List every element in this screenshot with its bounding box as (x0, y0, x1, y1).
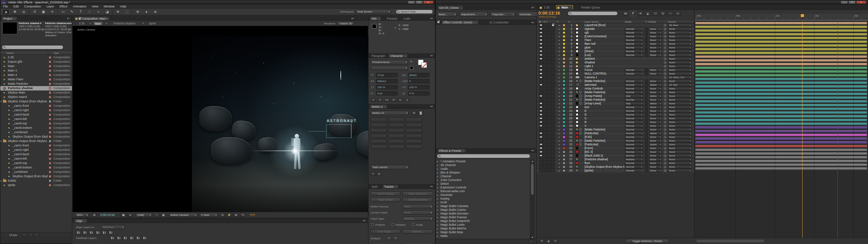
twirl-icon[interactable]: ▸ (559, 23, 561, 27)
leading-field[interactable]: (Auto) (408, 73, 430, 77)
av-switch[interactable] (539, 162, 543, 165)
label-chip[interactable] (49, 171, 51, 173)
layer-name[interactable]: Shadow (585, 61, 625, 64)
help-search-input[interactable]: Search Help (396, 9, 433, 14)
tab-rd-compsetter[interactable]: rd_CompSetter (487, 20, 511, 24)
parent-dropdown[interactable]: None (668, 50, 692, 53)
twirl-icon[interactable]: ▸ (0, 179, 3, 183)
rotation-checkbox[interactable] (392, 223, 394, 226)
av-switch[interactable] (551, 117, 555, 120)
track-row[interactable] (695, 55, 868, 59)
analyze-back-button[interactable]: ◂ (386, 236, 392, 240)
label-chip[interactable] (49, 87, 51, 89)
layer-duration-bar[interactable] (695, 85, 867, 88)
project-item[interactable]: Matte FlareComposition (0, 77, 72, 82)
av-switch[interactable] (551, 57, 555, 60)
layer-row[interactable]: ▸26CNormalNoneNone (537, 117, 694, 120)
tab-dark[interactable]: Dark (370, 184, 380, 188)
tab-preview[interactable]: Preview (385, 16, 399, 20)
av-switch[interactable] (551, 136, 555, 139)
effects-category[interactable]: ▸Blur & Sharpen (436, 171, 530, 175)
title-bar[interactable]: Ae Adobe After Effects - spaceman_201506… (0, 0, 435, 4)
tab-character[interactable]: Character× (388, 54, 408, 58)
preserve-transparency-switch[interactable] (645, 121, 648, 124)
layer-label-chip[interactable] (563, 80, 565, 82)
av-switch[interactable] (551, 68, 555, 72)
track-row[interactable] (695, 141, 868, 144)
grid-guides-icon[interactable]: ⊞ (92, 213, 97, 217)
twirl-icon[interactable]: ▸ (559, 146, 561, 150)
av-switch[interactable] (547, 165, 551, 168)
av-switch[interactable] (547, 132, 551, 135)
stroke-color-swatch[interactable] (421, 62, 427, 68)
av-switch[interactable] (551, 106, 555, 109)
parent-pickwhip-icon[interactable] (664, 162, 666, 164)
parent-dropdown[interactable]: None (668, 117, 692, 120)
effects-category[interactable]: ▸Magic Bullet Looks (436, 223, 530, 227)
breadcrumb-item-main[interactable]: Main (93, 21, 103, 25)
column-header-type[interactable]: Type (53, 52, 59, 55)
preserve-transparency-switch[interactable] (645, 95, 648, 98)
layer-name[interactable]: Flare (585, 38, 625, 42)
track-row[interactable] (695, 36, 868, 40)
region-of-interest-icon[interactable]: ⬚ (154, 213, 159, 217)
preserve-transparency-switch[interactable] (645, 50, 648, 53)
motion-blur-icon[interactable]: ⬭ (652, 11, 658, 16)
column-mode-header[interactable]: Mode (625, 20, 632, 23)
track-camera-button[interactable]: Track Camera (371, 191, 400, 196)
av-switch[interactable] (547, 39, 551, 42)
twirl-icon[interactable]: ▸ (559, 109, 561, 113)
layer-duration-bar[interactable] (695, 44, 867, 47)
layer-label-chip[interactable] (563, 110, 565, 112)
delete-icon[interactable] (34, 233, 39, 237)
av-switch[interactable] (551, 35, 555, 38)
vertical-scale-field[interactable]: 100 % (376, 85, 398, 89)
layer-duration-bar[interactable] (695, 33, 867, 36)
unified-camera-tool[interactable]: ▣ (40, 9, 47, 15)
track-row[interactable] (695, 107, 868, 111)
trkmat-dropdown[interactable]: None (649, 109, 662, 113)
layer-label-chip[interactable] (563, 140, 565, 142)
layer-name[interactable]: [Lux] (585, 53, 625, 57)
layer-row[interactable]: ▸3rgbNormalNoneNone (537, 31, 694, 35)
layer-label-chip[interactable] (563, 50, 565, 53)
layer-duration-bar[interactable] (695, 97, 867, 99)
av-switch[interactable] (543, 165, 547, 168)
effects-category[interactable]: ▸Color Correction (436, 178, 530, 182)
clone-stamp-tool[interactable]: ⌗ (95, 9, 102, 15)
parent-dropdown[interactable]: None (668, 154, 692, 157)
twirl-icon[interactable]: ▸ (559, 72, 561, 76)
twirl-icon[interactable]: ▸ (437, 212, 440, 216)
av-switch[interactable] (543, 46, 547, 49)
av-switch[interactable] (551, 42, 555, 45)
parent-dropdown[interactable]: None (668, 39, 692, 42)
parent-pickwhip-icon[interactable] (664, 155, 666, 157)
av-switch[interactable] (551, 124, 555, 127)
parent-dropdown[interactable]: 38. floor (668, 24, 692, 27)
effects-category[interactable]: ▸Generate (436, 193, 530, 197)
twirl-icon[interactable]: ▸ (559, 31, 561, 35)
label-chip[interactable] (49, 96, 51, 98)
av-switch[interactable] (547, 128, 551, 131)
column-trkmat-header[interactable]: T TrkMat (645, 20, 656, 23)
layer-row[interactable]: ▸32[Matte Particles]NormalNoneNone (537, 139, 694, 143)
layer-duration-bar[interactable] (695, 160, 867, 162)
track-row[interactable] (695, 92, 868, 96)
panel-menu-icon[interactable]: ▾≡ (430, 54, 433, 57)
track-row[interactable] (695, 111, 868, 115)
motion-list-icon[interactable]: ≋ (411, 111, 417, 115)
mode-dropdown[interactable]: Normal (625, 106, 643, 109)
script-button-adjustment[interactable]: Adjustment... (459, 12, 488, 17)
twirl-icon[interactable]: ▸ (437, 204, 440, 208)
mode-dropdown[interactable]: Normal (625, 68, 643, 72)
layer-name[interactable]: Array Controls (585, 87, 625, 90)
track-row[interactable] (695, 81, 868, 85)
av-switch[interactable] (547, 42, 551, 45)
eyedropper-icon[interactable]: ✎ (410, 60, 414, 64)
layer-row[interactable]: ▸20[Array-Points]AddAlphaNone (537, 94, 694, 98)
layer-row[interactable]: ▸35[BG 3]NormalNoneNone (537, 150, 694, 154)
layer-duration-bar[interactable] (695, 130, 867, 133)
av-switch[interactable] (539, 98, 543, 101)
av-switch[interactable] (543, 150, 547, 154)
label-chip[interactable] (49, 118, 51, 120)
